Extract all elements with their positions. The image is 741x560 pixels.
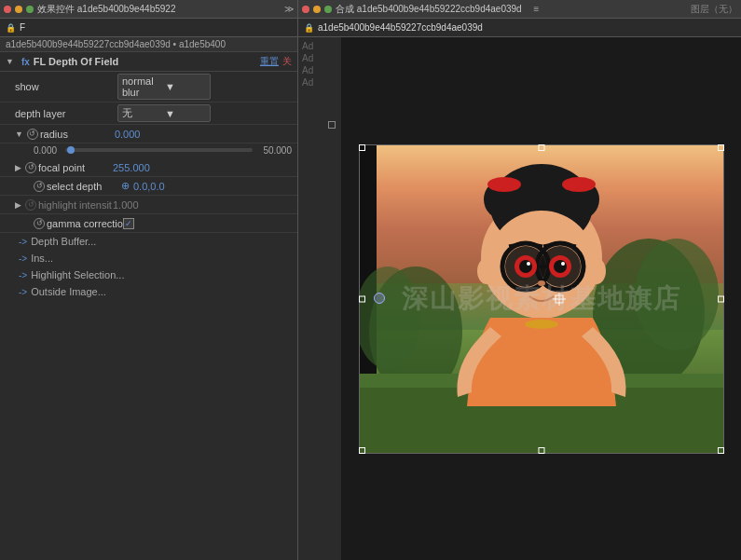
left-active-tab-name: F bbox=[20, 22, 25, 33]
prop-highlight-intensity: ▶ ↺ highlight intensit 1.000 bbox=[0, 196, 297, 214]
outside-image-label: Outside Image... bbox=[31, 286, 106, 297]
show-dropdown[interactable]: normal blur ▼ bbox=[117, 74, 211, 100]
svg-point-21 bbox=[554, 260, 567, 273]
right-lock-icon: 🔒 bbox=[304, 23, 314, 33]
right-active-tab-name: a1de5b400b9e44b59227ccb9d4ae039d bbox=[318, 22, 483, 33]
select-depth-reset-icon[interactable]: ↺ bbox=[34, 181, 45, 192]
select-depth-target-icon[interactable]: ⊕ bbox=[121, 180, 130, 192]
prop-depth-layer: depth layer 无 ▼ bbox=[0, 102, 297, 125]
focal-expand-arrow[interactable]: ▶ bbox=[15, 163, 21, 172]
square-indicator[interactable] bbox=[328, 121, 336, 129]
prop-highlight-label: highlight intensit bbox=[38, 199, 113, 211]
handle-mid-right[interactable] bbox=[718, 295, 724, 302]
handle-bottom-right[interactable] bbox=[718, 447, 724, 454]
radius-reset-icon[interactable]: ↺ bbox=[27, 129, 38, 140]
gamma-reset-icon[interactable]: ↺ bbox=[34, 218, 45, 229]
crosshair-icon bbox=[553, 293, 566, 306]
prop-focal-value[interactable]: 255.000 bbox=[113, 162, 292, 173]
svg-point-25 bbox=[525, 320, 558, 329]
comp-panel: Ad Ad Ad Ad bbox=[298, 37, 741, 560]
radius-slider-min: 0.000 bbox=[34, 145, 60, 156]
handle-top-left[interactable] bbox=[359, 144, 365, 151]
right-panel-title: 合成 a1de5b400b9e44b59222ccb9d4ae039d bbox=[336, 3, 530, 16]
svg-point-10 bbox=[487, 177, 521, 192]
right-panel-header: 合成 a1de5b400b9e44b59222ccb9d4ae039d ≡ 图层… bbox=[298, 0, 741, 37]
prop-select-depth-label: select depth bbox=[47, 181, 121, 192]
right-tab-bar: 合成 a1de5b400b9e44b59222ccb9d4ae039d ≡ 图层… bbox=[298, 0, 741, 19]
svg-point-26 bbox=[477, 258, 496, 284]
prop-select-depth-value[interactable]: 0.0,0.0 bbox=[133, 181, 292, 192]
prop-highlight-value: 1.000 bbox=[113, 199, 292, 211]
ad-labels-area: Ad Ad Ad Ad bbox=[298, 37, 324, 560]
center-crosshair bbox=[553, 293, 566, 306]
radius-expand-arrow[interactable]: ▼ bbox=[15, 130, 23, 139]
ins-label: Ins... bbox=[31, 253, 53, 264]
submenu-depth-buffer[interactable]: -> Depth Buffer... bbox=[0, 233, 297, 250]
handle-bottom-left[interactable] bbox=[359, 447, 365, 454]
submenu-highlight-selection[interactable]: -> Highlight Selection... bbox=[0, 266, 297, 283]
handle-mid-top[interactable] bbox=[538, 144, 544, 151]
prop-show: show normal blur ▼ bbox=[0, 72, 297, 102]
prop-radius-value[interactable]: 0.000 bbox=[115, 129, 292, 140]
prop-gamma-label: gamma correctio bbox=[47, 218, 123, 229]
depth-buffer-label: Depth Buffer... bbox=[31, 236, 96, 247]
prop-focal-point: ▶ ↺ focal point 255.000 bbox=[0, 158, 297, 177]
ad-label-3: Ad bbox=[302, 65, 321, 75]
left-panel-title: 效果控件 a1de5b400b9e44b5922 bbox=[37, 3, 281, 16]
reset-button[interactable]: 重置 bbox=[260, 55, 279, 68]
radius-slider-track[interactable] bbox=[65, 148, 253, 152]
right-maximize-dot[interactable] bbox=[324, 6, 332, 13]
close-button[interactable]: 关 bbox=[282, 55, 292, 68]
handle-top-right[interactable] bbox=[718, 144, 724, 151]
gamma-checkbox[interactable]: ✓ bbox=[123, 218, 134, 229]
effect-header: ▼ fx FL Depth Of Field 重置 关 bbox=[0, 52, 297, 72]
prop-radius: ▼ ↺ radius 0.000 bbox=[0, 125, 297, 143]
radius-slider-container: 0.000 50.000 bbox=[0, 143, 297, 158]
layers-label: 图层（无） bbox=[542, 3, 737, 16]
character-svg bbox=[360, 145, 723, 453]
prop-radius-label: radius bbox=[40, 129, 115, 140]
comp-viewport[interactable]: 深山影视素材基地旗店 bbox=[341, 37, 741, 560]
submenu-ins[interactable]: -> Ins... bbox=[0, 250, 297, 266]
depth-layer-dropdown-arrow: ▼ bbox=[165, 108, 206, 119]
highlight-selection-label: Highlight Selection... bbox=[31, 269, 124, 280]
prop-depth-layer-label: depth layer bbox=[15, 108, 117, 119]
highlight-expand-arrow[interactable]: ▶ bbox=[15, 200, 21, 210]
right-panel-menu-icon[interactable]: ≡ bbox=[534, 4, 540, 14]
radius-slider-max: 50.000 bbox=[258, 145, 292, 156]
minimize-dot[interactable] bbox=[15, 6, 22, 13]
svg-point-20 bbox=[519, 260, 532, 273]
prop-show-label: show bbox=[15, 81, 117, 92]
radius-slider-thumb[interactable] bbox=[67, 146, 75, 154]
indicator-area bbox=[324, 37, 341, 560]
right-minimize-dot[interactable] bbox=[313, 6, 321, 13]
submenu-outside-image[interactable]: -> Outside Image... bbox=[0, 283, 297, 300]
ad-label-4: Ad bbox=[302, 77, 321, 88]
focal-reset-icon[interactable]: ↺ bbox=[25, 162, 36, 173]
prop-gamma-correction: ↺ gamma correctio ✓ bbox=[0, 214, 297, 233]
breadcrumb: a1de5b400b9e44b59227ccb9d4ae039d • a1de5… bbox=[0, 37, 297, 52]
depth-buffer-arrow: -> bbox=[19, 237, 27, 247]
fx-label: fx bbox=[21, 57, 30, 67]
ins-arrow: -> bbox=[19, 253, 27, 264]
prop-focal-label: focal point bbox=[38, 162, 113, 173]
prop-select-depth: ↺ select depth ⊕ 0.0,0.0 bbox=[0, 177, 297, 196]
effect-name: FL Depth Of Field bbox=[34, 56, 256, 67]
left-panel-menu-icon[interactable]: ≫ bbox=[284, 4, 294, 14]
handle-mid-bottom[interactable] bbox=[538, 447, 544, 454]
svg-point-27 bbox=[587, 258, 606, 284]
depth-layer-dropdown[interactable]: 无 ▼ bbox=[117, 104, 211, 122]
maximize-dot[interactable] bbox=[26, 6, 34, 13]
right-close-dot[interactable] bbox=[302, 6, 309, 13]
image-container: 深山影视素材基地旗店 bbox=[359, 144, 724, 454]
focal-point-handle[interactable] bbox=[374, 293, 385, 304]
effects-panel: a1de5b400b9e44b59227ccb9d4ae039d • a1de5… bbox=[0, 37, 298, 560]
svg-point-11 bbox=[562, 177, 596, 192]
show-dropdown-value: normal blur bbox=[122, 75, 163, 98]
ad-label-2: Ad bbox=[302, 53, 321, 63]
handle-mid-left[interactable] bbox=[359, 295, 365, 302]
effect-expand-arrow[interactable]: ▼ bbox=[6, 57, 14, 66]
close-dot[interactable] bbox=[4, 6, 11, 13]
highlight-selection-arrow: -> bbox=[19, 270, 27, 280]
svg-point-24 bbox=[538, 280, 545, 286]
